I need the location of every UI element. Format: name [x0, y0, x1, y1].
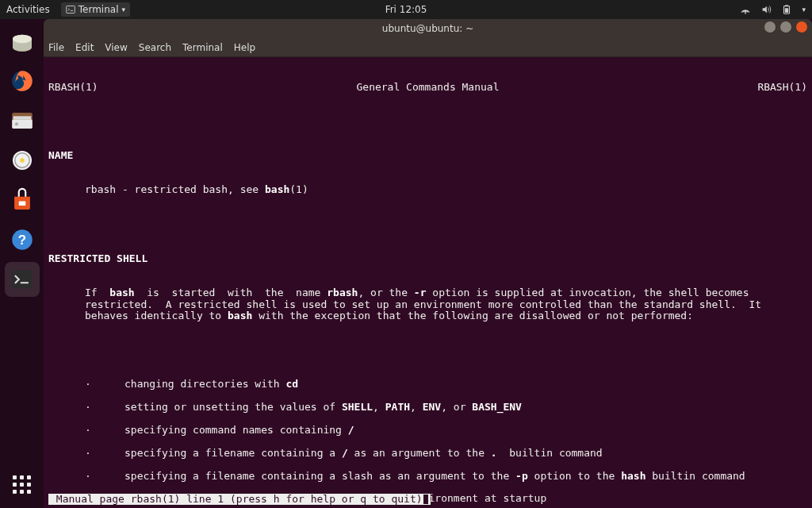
svg-point-1 — [745, 13, 747, 14]
man-section-restricted: RESTRICTED SHELL — [48, 253, 807, 264]
svg-rect-0 — [67, 6, 75, 13]
cursor — [423, 494, 429, 505]
man-header-center: General Commands Manual — [98, 82, 758, 93]
topbar-app-label: Terminal — [79, 4, 119, 15]
man-intro-paragraph: If bash is started with the name rbash, … — [48, 287, 807, 321]
window-titlebar[interactable]: ubuntu@ubuntu: ~ — [44, 19, 812, 38]
man-bullet: ·changing directories with cd — [48, 379, 807, 390]
man-bullet: ·specifying a filename containing a / as… — [48, 448, 807, 459]
dock-item-help[interactable]: ? — [5, 222, 40, 257]
topbar-clock[interactable]: Fri 12:05 — [385, 4, 427, 15]
svg-rect-10 — [13, 116, 31, 119]
dock-item-firefox[interactable] — [5, 64, 40, 98]
gnome-topbar: Activities Terminal ▾ Fri 12:05 ▾ — [0, 0, 812, 19]
man-bullet: ·specifying a filename containing a slas… — [48, 471, 807, 482]
man-bullet: ·specifying command names containing / — [48, 425, 807, 436]
terminal-menubar: File Edit View Search Terminal Help — [44, 38, 812, 57]
svg-rect-16 — [18, 201, 25, 206]
man-header: RBASH(1) General Commands Manual RBASH(1… — [48, 82, 807, 93]
chevron-down-icon: ▾ — [121, 6, 125, 13]
terminal-window: ubuntu@ubuntu: ~ File Edit View Search T… — [44, 19, 812, 508]
man-header-left: RBASH(1) — [48, 82, 98, 93]
dock-item-trash[interactable] — [5, 24, 40, 59]
activities-button[interactable]: Activities — [6, 4, 50, 15]
ubuntu-dock: ? — [0, 19, 44, 508]
maximize-button[interactable] — [780, 21, 791, 33]
svg-point-12 — [14, 122, 17, 125]
topbar-app-menu[interactable]: Terminal ▾ — [61, 2, 130, 17]
chevron-down-icon[interactable]: ▾ — [802, 6, 806, 13]
dock-show-applications[interactable] — [5, 467, 40, 502]
menu-edit[interactable]: Edit — [75, 42, 94, 53]
svg-rect-19 — [12, 271, 33, 289]
man-header-right: RBASH(1) — [757, 82, 807, 93]
dock-item-terminal[interactable] — [5, 262, 40, 297]
terminal-viewport[interactable]: RBASH(1) General Commands Manual RBASH(1… — [44, 57, 812, 508]
dock-item-files[interactable] — [5, 103, 40, 138]
svg-rect-4 — [785, 8, 788, 13]
menu-view[interactable]: View — [105, 42, 127, 53]
dock-item-rhythmbox[interactable] — [5, 143, 40, 178]
window-title: ubuntu@ubuntu: ~ — [382, 23, 473, 34]
man-bullet: ·setting or unsetting the values of SHEL… — [48, 402, 807, 413]
man-name-line: rbash - restricted bash, see bash(1) — [48, 184, 807, 195]
svg-rect-3 — [786, 5, 789, 6]
svg-point-15 — [20, 158, 25, 163]
terminal-icon — [66, 5, 75, 14]
battery-icon[interactable] — [781, 4, 792, 15]
apps-grid-icon — [13, 475, 31, 494]
close-button[interactable] — [796, 21, 807, 33]
minimize-button[interactable] — [764, 21, 776, 33]
network-icon[interactable] — [740, 4, 751, 15]
man-status-line: Manual page rbash(1) line 1 (press h for… — [48, 494, 431, 505]
man-section-name: NAME — [48, 150, 807, 161]
dock-item-software[interactable] — [5, 183, 40, 217]
menu-search[interactable]: Search — [139, 42, 171, 53]
svg-text:?: ? — [17, 233, 25, 248]
volume-icon[interactable] — [760, 4, 772, 15]
menu-terminal[interactable]: Terminal — [182, 42, 223, 53]
menu-file[interactable]: File — [48, 42, 64, 53]
svg-point-7 — [13, 35, 32, 44]
menu-help[interactable]: Help — [234, 42, 255, 53]
